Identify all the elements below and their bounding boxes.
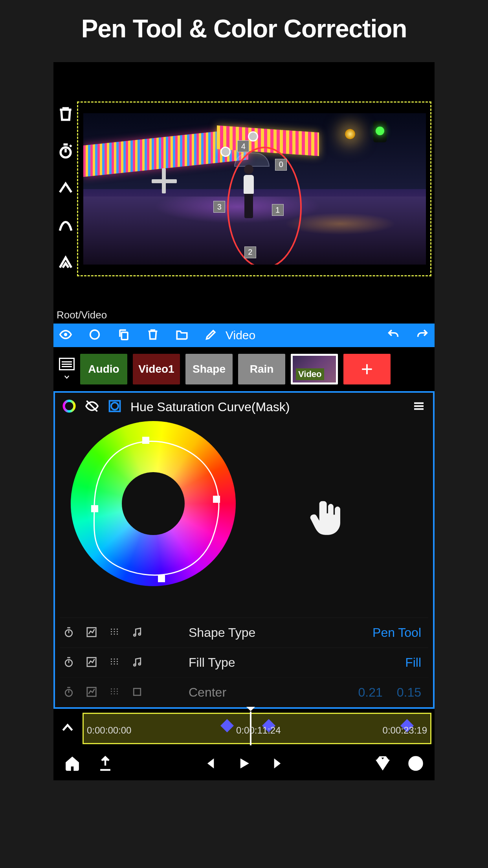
square-icon[interactable]	[131, 686, 143, 699]
video-canvas[interactable]: 4 0 1 2 3	[83, 113, 426, 265]
step-forward-icon[interactable]	[268, 755, 286, 774]
svg-point-14	[139, 663, 141, 665]
rename-icon[interactable]	[204, 328, 218, 343]
layer-list-toggle[interactable]	[59, 358, 75, 381]
hue-panel-title: Hue Saturation Curve(Mask)	[130, 400, 403, 414]
prop-label: Fill Type	[189, 655, 347, 670]
shake-icon[interactable]	[108, 656, 120, 669]
layer-toolbar: Video	[53, 324, 435, 347]
layer-chip-rain[interactable]: Rain	[238, 354, 285, 384]
graph-icon[interactable]	[86, 686, 97, 699]
curve-handle[interactable]	[158, 575, 165, 582]
pointer-hand-icon	[306, 496, 350, 539]
timeline-area: 0:00:00:00 0:00:11:24 0:00:23:19	[53, 709, 435, 748]
preview-left-toolbar	[55, 105, 76, 272]
prop-value[interactable]: Pen Tool	[358, 625, 428, 640]
eye-icon[interactable]	[59, 328, 72, 343]
folder-icon[interactable]	[175, 328, 189, 343]
stopwatch-icon[interactable]	[63, 626, 75, 640]
graph-icon[interactable]	[86, 656, 97, 669]
prop-row-center: Center 0.21 0.15	[60, 677, 428, 707]
add-layer-button[interactable]: +	[343, 354, 391, 384]
preview-area[interactable]: 4 0 1 2 3 Root/Video	[53, 62, 435, 324]
prop-row-fill-type: Fill Type Fill	[60, 647, 428, 677]
collapse-up-icon[interactable]	[60, 720, 75, 737]
shake-icon[interactable]	[108, 626, 120, 640]
layer-chip-shape[interactable]: Shape	[185, 354, 233, 384]
curve-handle[interactable]	[91, 505, 98, 512]
prop-value[interactable]: Fill	[358, 655, 428, 670]
chevron-down-icon	[61, 373, 72, 381]
street-lamp	[345, 129, 355, 139]
shake-icon[interactable]	[108, 686, 120, 699]
circle-icon[interactable]	[88, 328, 101, 343]
hue-saturation-panel: Hue Saturation Curve(Mask)	[53, 391, 435, 709]
curve-handle[interactable]	[142, 437, 149, 444]
timeline[interactable]: 0:00:00:00 0:00:11:24 0:00:23:19	[83, 713, 431, 744]
editor-frame: 4 0 1 2 3 Root/Video Video Audio Video1 …	[53, 62, 435, 780]
move-up-icon[interactable]	[57, 179, 74, 198]
help-icon[interactable]	[407, 755, 424, 774]
svg-point-1	[64, 333, 68, 337]
music-icon[interactable]	[131, 626, 143, 640]
layer-chip-video1[interactable]: Video1	[133, 354, 180, 384]
keyframe-marker[interactable]	[220, 719, 234, 732]
trash-icon[interactable]	[146, 328, 160, 343]
traffic-light	[373, 121, 387, 142]
redo-icon[interactable]	[416, 328, 429, 343]
timecode-current: 0:00:11:24	[236, 725, 281, 736]
diamond-icon[interactable]	[374, 755, 391, 774]
svg-point-13	[134, 664, 136, 666]
mask-icon[interactable]	[108, 399, 122, 415]
hue-panel-header: Hue Saturation Curve(Mask)	[55, 393, 433, 421]
prop-label: Shape Type	[189, 625, 347, 640]
home-icon[interactable]	[64, 755, 81, 774]
timecode-start: 0:00:00:00	[87, 725, 131, 736]
menu-icon[interactable]	[412, 399, 426, 415]
trash-icon[interactable]	[57, 105, 74, 124]
person-figure	[241, 165, 257, 220]
center-cross-icon	[152, 179, 177, 183]
layer-chip-video-label: Video	[296, 368, 324, 380]
play-icon[interactable]	[235, 755, 253, 774]
property-rows: Shape Type Pen Tool Fill Type Fill	[55, 618, 433, 707]
curve-handle[interactable]	[213, 496, 220, 503]
curve-icon[interactable]	[57, 216, 74, 235]
color-wheel-icon[interactable]	[62, 399, 76, 415]
step-back-icon[interactable]	[202, 755, 220, 774]
svg-point-9	[134, 634, 136, 636]
prop-label: Center	[189, 685, 347, 700]
svg-rect-3	[121, 332, 128, 339]
undo-icon[interactable]	[387, 328, 400, 343]
svg-rect-17	[134, 688, 141, 695]
layer-name-label[interactable]: Video	[226, 329, 255, 342]
prop-value-x[interactable]: 0.21	[358, 685, 382, 700]
bottom-bar	[53, 748, 435, 780]
page-title: Pen Tool & Color Correction	[0, 0, 488, 62]
layer-chip-audio[interactable]: Audio	[80, 354, 127, 384]
stopwatch-icon[interactable]	[57, 142, 74, 161]
export-icon[interactable]	[97, 755, 114, 774]
stopwatch-icon[interactable]	[63, 686, 75, 699]
copy-icon[interactable]	[117, 328, 130, 343]
breadcrumb[interactable]: Root/Video	[57, 309, 107, 321]
prop-value-y[interactable]: 0.15	[397, 685, 421, 700]
timecode-end: 0:00:23:19	[383, 725, 427, 736]
svg-point-2	[90, 330, 99, 339]
hide-icon[interactable]	[85, 399, 99, 415]
svg-point-4	[64, 401, 75, 412]
prop-row-shape-type: Shape Type Pen Tool	[60, 618, 428, 647]
svg-point-10	[139, 633, 141, 635]
layer-strip: Audio Video1 Shape Rain Video +	[53, 347, 435, 391]
stopwatch-icon[interactable]	[63, 656, 75, 669]
music-icon[interactable]	[131, 656, 143, 669]
color-wheel-area[interactable]	[55, 421, 433, 618]
saturation-curve-overlay[interactable]	[71, 421, 236, 586]
layer-chip-video-selected[interactable]: Video	[291, 354, 338, 384]
graph-icon[interactable]	[86, 626, 97, 640]
prop-value-pair[interactable]: 0.21 0.15	[358, 685, 428, 700]
pen-point-icon[interactable]	[57, 253, 74, 272]
svg-point-6	[111, 403, 118, 410]
